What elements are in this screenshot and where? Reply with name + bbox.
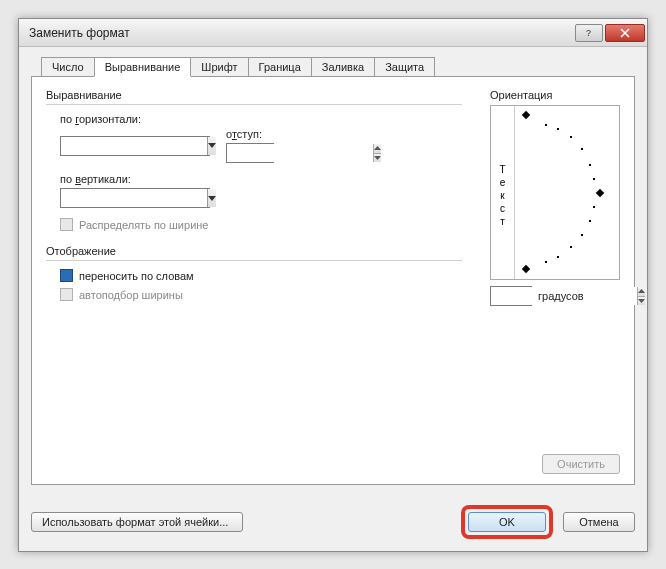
horizontal-input[interactable] bbox=[61, 137, 207, 155]
autofit-label: автоподбор ширины bbox=[79, 289, 183, 301]
distribute-row: Распределять по ширине bbox=[60, 218, 462, 231]
distribute-checkbox bbox=[60, 218, 73, 231]
vertical-combo[interactable] bbox=[60, 188, 210, 208]
indent-input[interactable] bbox=[227, 144, 373, 162]
horizontal-label: по горизонтали: bbox=[60, 113, 462, 125]
chevron-down-icon[interactable] bbox=[207, 189, 216, 207]
degrees-label: градусов bbox=[538, 290, 584, 302]
orientation-dial[interactable] bbox=[515, 106, 619, 279]
distribute-label: Распределять по ширине bbox=[79, 219, 208, 231]
display-fields: переносить по словам автоподбор ширины bbox=[46, 269, 462, 301]
wrap-checkbox[interactable] bbox=[60, 269, 73, 282]
orientation-vertical-text[interactable]: Текст bbox=[491, 106, 515, 279]
cancel-button[interactable]: Отмена bbox=[563, 512, 635, 532]
vertical-label: по вертикали: bbox=[60, 173, 462, 185]
vertical-input[interactable] bbox=[61, 189, 207, 207]
divider bbox=[46, 260, 462, 261]
spin-down-icon[interactable] bbox=[638, 296, 645, 306]
alignment-group-label: Выравнивание bbox=[46, 89, 462, 101]
tab-number[interactable]: Число bbox=[41, 57, 95, 77]
autofit-checkbox bbox=[60, 288, 73, 301]
tab-fill[interactable]: Заливка bbox=[311, 57, 375, 77]
titlebar-buttons: ? bbox=[575, 24, 645, 42]
ok-highlight: OK bbox=[461, 505, 553, 539]
dialog-content: Число Выравнивание Шрифт Граница Заливка… bbox=[19, 47, 647, 495]
tab-protection[interactable]: Защита bbox=[374, 57, 435, 77]
left-column: Выравнивание по горизонтали: отступ: bbox=[46, 89, 462, 472]
tab-alignment[interactable]: Выравнивание bbox=[94, 57, 192, 77]
indent-label: отступ: bbox=[226, 128, 274, 140]
degrees-row: градусов bbox=[490, 286, 620, 306]
close-button[interactable] bbox=[605, 24, 645, 42]
degrees-spin[interactable] bbox=[490, 286, 532, 306]
tab-border[interactable]: Граница bbox=[248, 57, 312, 77]
indent-field: отступ: bbox=[226, 128, 274, 163]
titlebar: Заменить формат ? bbox=[19, 19, 647, 47]
tab-strip: Число Выравнивание Шрифт Граница Заливка… bbox=[41, 57, 635, 77]
chevron-down-icon[interactable] bbox=[207, 137, 216, 155]
alignment-fields: по горизонтали: отступ: bbox=[46, 113, 462, 231]
display-group-label: Отображение bbox=[46, 245, 462, 257]
window-title: Заменить формат bbox=[29, 26, 575, 40]
spin-up-icon[interactable] bbox=[638, 287, 645, 296]
horizontal-combo[interactable] bbox=[60, 136, 210, 156]
orientation-column: Ориентация Текст bbox=[490, 89, 620, 472]
tab-font[interactable]: Шрифт bbox=[190, 57, 248, 77]
dialog-window: Заменить формат ? Число Выравнивание Шри… bbox=[18, 18, 648, 552]
wrap-label: переносить по словам bbox=[79, 270, 194, 282]
use-cell-format-button[interactable]: Использовать формат этой ячейки... bbox=[31, 512, 243, 532]
dialog-footer: Использовать формат этой ячейки... OK От… bbox=[19, 495, 647, 551]
autofit-row: автоподбор ширины bbox=[60, 288, 462, 301]
indent-spin[interactable] bbox=[226, 143, 274, 163]
ok-button[interactable]: OK bbox=[468, 512, 546, 532]
tab-panel: Выравнивание по горизонтали: отступ: bbox=[31, 76, 635, 485]
clear-button[interactable]: Очистить bbox=[542, 454, 620, 474]
help-button[interactable]: ? bbox=[575, 24, 603, 42]
divider bbox=[46, 104, 462, 105]
orientation-box[interactable]: Текст bbox=[490, 105, 620, 280]
wrap-row: переносить по словам bbox=[60, 269, 462, 282]
spin-down-icon[interactable] bbox=[374, 153, 381, 163]
spin-up-icon[interactable] bbox=[374, 144, 381, 153]
orientation-group-label: Ориентация bbox=[490, 89, 620, 101]
svg-text:?: ? bbox=[586, 28, 591, 38]
